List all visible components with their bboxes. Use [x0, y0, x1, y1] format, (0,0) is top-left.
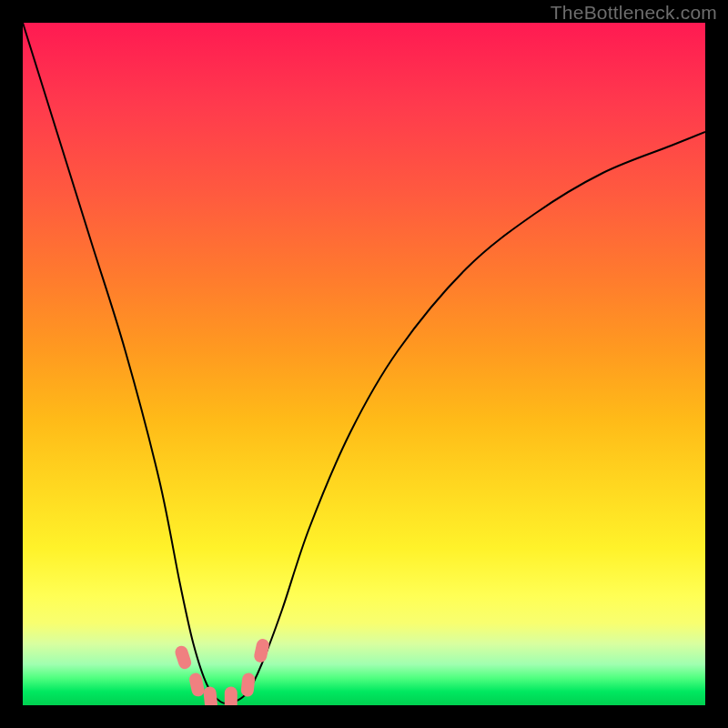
- marker-dot: [174, 644, 193, 671]
- marker-dot: [225, 687, 238, 706]
- marker-group: [174, 638, 270, 705]
- marker-dot: [203, 686, 218, 705]
- plot-area: [23, 23, 705, 705]
- chart-frame: TheBottleneck.com: [0, 0, 728, 728]
- curve-layer: [23, 23, 705, 705]
- watermark-text: TheBottleneck.com: [551, 2, 717, 24]
- marker-dot: [240, 672, 256, 697]
- bottleneck-curve: [23, 23, 705, 703]
- marker-dot: [253, 638, 270, 663]
